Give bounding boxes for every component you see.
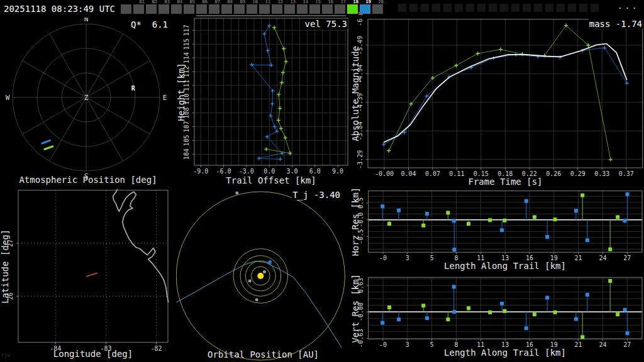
map-xlabel: Longitude [deg] (18, 349, 168, 359)
film-thumb-03[interactable]: 03 (158, 4, 169, 14)
svg-text:6.0: 6.0 (309, 168, 321, 175)
film-slot-empty[interactable] (489, 4, 497, 12)
svg-text:117: 117 (183, 25, 190, 36)
film-thumb-10[interactable]: 10 (247, 4, 257, 14)
film-thumb-05[interactable]: 05 (184, 4, 194, 14)
svg-text:E: E (163, 94, 167, 102)
film-thumb-07[interactable]: 07 (209, 4, 219, 14)
svg-text:Z: Z (84, 94, 89, 102)
vert-res-ylabel: Vert Res [km] (350, 274, 360, 343)
film-thumb-01[interactable]: 01 (133, 4, 144, 14)
film-thumb-label: 16 (328, 0, 333, 4)
film-thumb-label: 14 (303, 0, 308, 4)
film-thumb-20[interactable]: 20 (372, 4, 383, 14)
film-thumb-02[interactable]: 02 (146, 4, 157, 14)
svg-text:-3.29: -3.29 (357, 150, 364, 169)
svg-text:-3.0: -3.0 (239, 168, 254, 175)
film-thumb-label: 12 (278, 0, 283, 4)
svg-text:-6.0: -6.0 (216, 168, 231, 175)
tisserand-annotation: T_j -3.40 (292, 190, 341, 200)
svg-text:9.0: 9.0 (332, 168, 343, 175)
film-slot-empty[interactable] (511, 4, 519, 12)
film-slot-empty[interactable] (557, 4, 565, 12)
film-slot-empty[interactable] (398, 4, 406, 12)
film-slot-empty[interactable] (591, 4, 599, 12)
film-thumb-label: 11 (265, 0, 270, 4)
film-thumb-15[interactable]: 15 (309, 4, 320, 14)
film-thumb-label: 08 (228, 0, 233, 4)
film-slot-empty[interactable] (500, 4, 508, 12)
trail-offset-panel: -9.0-6.0-3.00.03.06.09.01171151141121111… (176, 18, 350, 187)
utc-timestamp: 20251118 08:23:49 UTC (4, 4, 115, 14)
menu-dots-button[interactable]: ... (618, 1, 639, 11)
svg-text:N: N (84, 18, 89, 23)
film-thumb-blank[interactable] (121, 4, 131, 14)
film-slot-empty[interactable] (409, 4, 418, 12)
svg-text:3.0: 3.0 (286, 168, 297, 175)
svg-text:R: R (131, 85, 136, 92)
film-thumb-label: 05 (190, 0, 195, 4)
ground-track-panel: -84-83-822726 Latitude [deg] Longitude [… (0, 187, 176, 362)
film-slot-empty[interactable] (545, 4, 553, 12)
film-slot-empty[interactable] (443, 4, 452, 12)
film-slot-empty[interactable] (455, 4, 463, 12)
watermark-text: rjw (1, 353, 10, 358)
film-thumb-14[interactable]: 14 (297, 4, 308, 14)
svg-text:W: W (6, 94, 10, 102)
film-thumb-11[interactable]: 11 (259, 4, 270, 14)
film-thumb-13[interactable]: 13 (284, 4, 295, 14)
svg-text:0.0: 0.0 (264, 168, 275, 175)
film-thumb-12[interactable]: 12 (272, 4, 282, 14)
film-thumb-09[interactable]: 09 (234, 4, 245, 14)
film-thumb-label: 10 (253, 0, 258, 4)
film-slot-empty[interactable] (579, 4, 587, 12)
film-slot-empty[interactable] (568, 4, 576, 12)
map-ylabel: Latitude [deg] (0, 229, 10, 304)
filmstrip-scrollbar[interactable] (196, 15, 346, 16)
film-thumb-04[interactable]: 04 (171, 4, 182, 14)
residuals-panel: -0358111316192124270.5-0.0-0.5-035811131… (350, 187, 644, 362)
vert-res-xlabel: Length Along Trail [km] (368, 348, 642, 358)
magnitude-ylabel: Absolute Magnitude (350, 46, 360, 141)
atmospheric-position-panel: NSWEZR Q* 6.1 Atmospheric Position [deg] (0, 18, 176, 187)
orbital-position-plot (176, 187, 350, 362)
q-star-annotation: Q* 6.1 (130, 19, 169, 30)
trail-xlabel: Trail Offset [km] (194, 175, 348, 185)
film-thumb-label: 01 (140, 0, 145, 4)
film-thumb-label: 09 (240, 0, 245, 4)
film-slot-empty[interactable] (466, 4, 474, 12)
film-thumb-label: 13 (291, 0, 296, 4)
magnitude-xlabel: Frame Time [s] (368, 177, 643, 187)
film-thumb-label: 03 (165, 0, 170, 4)
film-thumb-label: 04 (177, 0, 182, 4)
horz-res-xlabel: Length Along Trail [km] (368, 261, 642, 271)
film-slot-empty[interactable] (477, 4, 486, 12)
film-thumb-17[interactable]: 17 (335, 4, 345, 14)
film-slot-empty[interactable] (432, 4, 440, 12)
current-frame-marker (358, 12, 363, 16)
orbital-xlabel: Orbital Position [AU] (176, 349, 350, 359)
magnitude-panel: -0.000.040.070.110.150.180.220.260.290.3… (350, 18, 644, 187)
trail-ylabel: Height [km] (176, 63, 186, 121)
trail-offset-plot: -9.0-6.0-3.00.03.06.09.01171151141121111… (176, 18, 350, 187)
film-thumb-label: 17 (341, 0, 346, 4)
film-slot-empty[interactable] (534, 4, 542, 12)
film-thumb-label: 18 (353, 0, 358, 4)
film-thumb-18[interactable]: 18 (347, 4, 358, 14)
film-slot-empty[interactable] (421, 4, 429, 12)
horz-res-ylabel: Horz Res [km] (350, 187, 360, 256)
film-thumb-label: 15 (316, 0, 321, 4)
atm-xlabel: Atmospheric Position [deg] (0, 175, 176, 185)
film-slot-empty[interactable] (523, 4, 531, 12)
film-thumb-06[interactable]: 06 (196, 4, 207, 14)
svg-text:104: 104 (183, 148, 190, 160)
svg-text:-6.04: -6.04 (357, 18, 364, 26)
svg-text:114: 114 (183, 52, 190, 63)
svg-text:-9.0: -9.0 (193, 168, 208, 175)
film-thumb-label: 19 (366, 0, 371, 4)
film-thumb-label: 20 (379, 0, 384, 4)
film-thumb-08[interactable]: 08 (221, 4, 232, 14)
top-bar: 20251118 08:23:49 UTC 010203040506070809… (0, 0, 644, 18)
film-thumb-16[interactable]: 16 (322, 4, 333, 14)
magnitude-plot: -0.000.040.070.110.150.180.220.260.290.3… (350, 18, 644, 187)
